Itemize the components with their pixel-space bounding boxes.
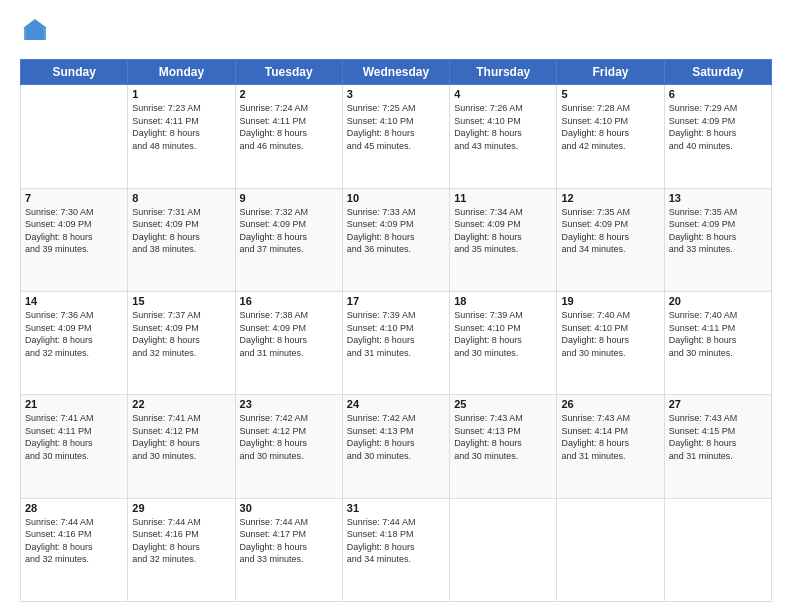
cell-content: Sunrise: 7:44 AM Sunset: 4:18 PM Dayligh… <box>347 516 445 566</box>
calendar-table: SundayMondayTuesdayWednesdayThursdayFrid… <box>20 59 772 602</box>
logo <box>20 18 48 49</box>
calendar-cell: 8Sunrise: 7:31 AM Sunset: 4:09 PM Daylig… <box>128 188 235 291</box>
cell-content: Sunrise: 7:35 AM Sunset: 4:09 PM Dayligh… <box>561 206 659 256</box>
calendar-cell: 24Sunrise: 7:42 AM Sunset: 4:13 PM Dayli… <box>342 395 449 498</box>
day-number: 21 <box>25 398 123 410</box>
cell-content: Sunrise: 7:39 AM Sunset: 4:10 PM Dayligh… <box>347 309 445 359</box>
calendar-cell: 13Sunrise: 7:35 AM Sunset: 4:09 PM Dayli… <box>664 188 771 291</box>
cell-content: Sunrise: 7:43 AM Sunset: 4:13 PM Dayligh… <box>454 412 552 462</box>
calendar-cell: 16Sunrise: 7:38 AM Sunset: 4:09 PM Dayli… <box>235 291 342 394</box>
calendar-cell: 22Sunrise: 7:41 AM Sunset: 4:12 PM Dayli… <box>128 395 235 498</box>
day-number: 5 <box>561 88 659 100</box>
calendar-cell: 31Sunrise: 7:44 AM Sunset: 4:18 PM Dayli… <box>342 498 449 601</box>
day-number: 13 <box>669 192 767 204</box>
day-number: 22 <box>132 398 230 410</box>
day-number: 17 <box>347 295 445 307</box>
cell-content: Sunrise: 7:31 AM Sunset: 4:09 PM Dayligh… <box>132 206 230 256</box>
day-number: 7 <box>25 192 123 204</box>
day-number: 12 <box>561 192 659 204</box>
day-number: 4 <box>454 88 552 100</box>
calendar-cell: 4Sunrise: 7:26 AM Sunset: 4:10 PM Daylig… <box>450 85 557 188</box>
weekday-header-thursday: Thursday <box>450 60 557 85</box>
day-number: 14 <box>25 295 123 307</box>
cell-content: Sunrise: 7:42 AM Sunset: 4:12 PM Dayligh… <box>240 412 338 462</box>
day-number: 10 <box>347 192 445 204</box>
cell-content: Sunrise: 7:40 AM Sunset: 4:10 PM Dayligh… <box>561 309 659 359</box>
weekday-header-row: SundayMondayTuesdayWednesdayThursdayFrid… <box>21 60 772 85</box>
cell-content: Sunrise: 7:44 AM Sunset: 4:17 PM Dayligh… <box>240 516 338 566</box>
cell-content: Sunrise: 7:44 AM Sunset: 4:16 PM Dayligh… <box>132 516 230 566</box>
calendar-cell: 15Sunrise: 7:37 AM Sunset: 4:09 PM Dayli… <box>128 291 235 394</box>
calendar-cell: 25Sunrise: 7:43 AM Sunset: 4:13 PM Dayli… <box>450 395 557 498</box>
cell-content: Sunrise: 7:36 AM Sunset: 4:09 PM Dayligh… <box>25 309 123 359</box>
cell-content: Sunrise: 7:41 AM Sunset: 4:12 PM Dayligh… <box>132 412 230 462</box>
calendar-cell <box>450 498 557 601</box>
calendar-cell: 30Sunrise: 7:44 AM Sunset: 4:17 PM Dayli… <box>235 498 342 601</box>
weekday-header-friday: Friday <box>557 60 664 85</box>
day-number: 20 <box>669 295 767 307</box>
calendar-cell: 18Sunrise: 7:39 AM Sunset: 4:10 PM Dayli… <box>450 291 557 394</box>
cell-content: Sunrise: 7:24 AM Sunset: 4:11 PM Dayligh… <box>240 102 338 152</box>
day-number: 19 <box>561 295 659 307</box>
calendar-cell: 17Sunrise: 7:39 AM Sunset: 4:10 PM Dayli… <box>342 291 449 394</box>
calendar-cell <box>664 498 771 601</box>
logo-icon <box>22 18 48 49</box>
calendar-cell: 2Sunrise: 7:24 AM Sunset: 4:11 PM Daylig… <box>235 85 342 188</box>
cell-content: Sunrise: 7:23 AM Sunset: 4:11 PM Dayligh… <box>132 102 230 152</box>
calendar-cell <box>21 85 128 188</box>
calendar-cell: 10Sunrise: 7:33 AM Sunset: 4:09 PM Dayli… <box>342 188 449 291</box>
day-number: 23 <box>240 398 338 410</box>
weekday-header-monday: Monday <box>128 60 235 85</box>
day-number: 6 <box>669 88 767 100</box>
weekday-header-saturday: Saturday <box>664 60 771 85</box>
cell-content: Sunrise: 7:41 AM Sunset: 4:11 PM Dayligh… <box>25 412 123 462</box>
day-number: 31 <box>347 502 445 514</box>
day-number: 27 <box>669 398 767 410</box>
calendar-cell: 12Sunrise: 7:35 AM Sunset: 4:09 PM Dayli… <box>557 188 664 291</box>
header <box>20 18 772 49</box>
day-number: 30 <box>240 502 338 514</box>
day-number: 3 <box>347 88 445 100</box>
calendar-cell: 23Sunrise: 7:42 AM Sunset: 4:12 PM Dayli… <box>235 395 342 498</box>
cell-content: Sunrise: 7:39 AM Sunset: 4:10 PM Dayligh… <box>454 309 552 359</box>
day-number: 11 <box>454 192 552 204</box>
calendar-row-1: 7Sunrise: 7:30 AM Sunset: 4:09 PM Daylig… <box>21 188 772 291</box>
cell-content: Sunrise: 7:30 AM Sunset: 4:09 PM Dayligh… <box>25 206 123 256</box>
day-number: 18 <box>454 295 552 307</box>
cell-content: Sunrise: 7:38 AM Sunset: 4:09 PM Dayligh… <box>240 309 338 359</box>
day-number: 24 <box>347 398 445 410</box>
calendar-cell: 21Sunrise: 7:41 AM Sunset: 4:11 PM Dayli… <box>21 395 128 498</box>
calendar-cell: 20Sunrise: 7:40 AM Sunset: 4:11 PM Dayli… <box>664 291 771 394</box>
day-number: 9 <box>240 192 338 204</box>
cell-content: Sunrise: 7:43 AM Sunset: 4:15 PM Dayligh… <box>669 412 767 462</box>
day-number: 1 <box>132 88 230 100</box>
cell-content: Sunrise: 7:33 AM Sunset: 4:09 PM Dayligh… <box>347 206 445 256</box>
page: SundayMondayTuesdayWednesdayThursdayFrid… <box>0 0 792 612</box>
weekday-header-wednesday: Wednesday <box>342 60 449 85</box>
calendar-cell: 6Sunrise: 7:29 AM Sunset: 4:09 PM Daylig… <box>664 85 771 188</box>
cell-content: Sunrise: 7:26 AM Sunset: 4:10 PM Dayligh… <box>454 102 552 152</box>
calendar-row-2: 14Sunrise: 7:36 AM Sunset: 4:09 PM Dayli… <box>21 291 772 394</box>
cell-content: Sunrise: 7:28 AM Sunset: 4:10 PM Dayligh… <box>561 102 659 152</box>
day-number: 8 <box>132 192 230 204</box>
calendar-cell: 3Sunrise: 7:25 AM Sunset: 4:10 PM Daylig… <box>342 85 449 188</box>
calendar-cell: 11Sunrise: 7:34 AM Sunset: 4:09 PM Dayli… <box>450 188 557 291</box>
cell-content: Sunrise: 7:25 AM Sunset: 4:10 PM Dayligh… <box>347 102 445 152</box>
calendar-cell <box>557 498 664 601</box>
day-number: 26 <box>561 398 659 410</box>
day-number: 29 <box>132 502 230 514</box>
cell-content: Sunrise: 7:32 AM Sunset: 4:09 PM Dayligh… <box>240 206 338 256</box>
calendar-cell: 7Sunrise: 7:30 AM Sunset: 4:09 PM Daylig… <box>21 188 128 291</box>
calendar-cell: 26Sunrise: 7:43 AM Sunset: 4:14 PM Dayli… <box>557 395 664 498</box>
day-number: 25 <box>454 398 552 410</box>
day-number: 16 <box>240 295 338 307</box>
calendar-cell: 19Sunrise: 7:40 AM Sunset: 4:10 PM Dayli… <box>557 291 664 394</box>
calendar-cell: 29Sunrise: 7:44 AM Sunset: 4:16 PM Dayli… <box>128 498 235 601</box>
cell-content: Sunrise: 7:40 AM Sunset: 4:11 PM Dayligh… <box>669 309 767 359</box>
cell-content: Sunrise: 7:37 AM Sunset: 4:09 PM Dayligh… <box>132 309 230 359</box>
calendar-row-4: 28Sunrise: 7:44 AM Sunset: 4:16 PM Dayli… <box>21 498 772 601</box>
calendar-row-3: 21Sunrise: 7:41 AM Sunset: 4:11 PM Dayli… <box>21 395 772 498</box>
calendar-cell: 14Sunrise: 7:36 AM Sunset: 4:09 PM Dayli… <box>21 291 128 394</box>
calendar-row-0: 1Sunrise: 7:23 AM Sunset: 4:11 PM Daylig… <box>21 85 772 188</box>
weekday-header-tuesday: Tuesday <box>235 60 342 85</box>
